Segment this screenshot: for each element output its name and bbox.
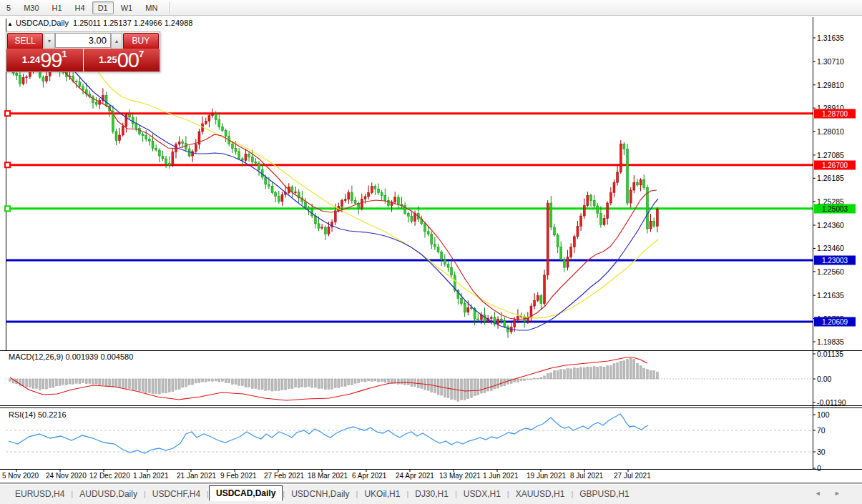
mt4-window: 5M30H1H4D1W1MN ▲USDCAD,Daily 1.25011 1.2…	[0, 0, 862, 504]
sell-price-small: 1.24	[22, 54, 40, 65]
price-level-badge: 1.20609	[814, 317, 856, 327]
tab-gbpusd-h1[interactable]: GBPUSD,H1	[573, 487, 635, 501]
toolbar-separator	[170, 2, 171, 14]
price-axis-label: 1.23460	[817, 244, 844, 252]
macd-axis-label: 0.00	[817, 375, 831, 383]
buy-price-display[interactable]: 1.25007	[84, 49, 160, 71]
rsi-axis-label: 30	[817, 448, 826, 456]
tab-ukoil-h1[interactable]: UKOil,H1	[358, 487, 406, 501]
tab-audusd-daily[interactable]: AUDUSD,Daily	[73, 487, 144, 501]
sell-price-main: 99	[40, 49, 62, 71]
buy-button[interactable]: BUY	[123, 33, 159, 49]
price-axis-label: 1.26185	[817, 174, 844, 182]
price-axis-label: 1.28010	[817, 127, 844, 136]
rsi-axis-label: 100	[817, 410, 830, 419]
date-axis-label: 21 Jan 2021	[177, 472, 216, 480]
date-axis-label: 19 Jun 2021	[526, 472, 566, 480]
price-level-badge: 1.23003	[814, 255, 856, 265]
chart-canvas[interactable]	[0, 0, 862, 504]
date-axis-label: 18 Mar 2021	[308, 472, 348, 480]
volume-decrease-button[interactable]: ▼	[44, 33, 55, 49]
price-axis-label: 1.19835	[817, 337, 844, 346]
date-axis-label: 24 Apr 2021	[396, 472, 434, 480]
price-axis-label: 1.21635	[817, 291, 844, 300]
date-axis-label: 24 Nov 2020	[46, 472, 87, 480]
sell-price-display[interactable]: 1.24991	[6, 49, 84, 71]
tab-scroll-arrows[interactable]: ◄ ►	[815, 490, 846, 497]
rsi-panel	[6, 414, 813, 453]
date-axis-label: 13 May 2021	[439, 472, 481, 480]
timeframe-button-mn[interactable]: MN	[139, 1, 163, 14]
timeframe-button-m30[interactable]: M30	[18, 1, 44, 14]
date-axis-label: 12 Dec 2020	[89, 472, 130, 480]
rsi-axis-label: 0	[817, 464, 821, 473]
price-axis-label: 1.29810	[817, 81, 844, 89]
date-axis-label: 8 Jul 2021	[570, 472, 603, 480]
tab-usdchf-h4[interactable]: USDCHF,H4	[146, 487, 207, 501]
candlesticks	[9, 57, 659, 338]
sell-price-sup: 1	[62, 49, 67, 59]
tab-xauusd-h1[interactable]: XAUUSD,H1	[509, 487, 572, 501]
rsi-axis-label: 70	[817, 426, 826, 435]
price-axis-label: 1.27085	[817, 151, 844, 159]
buy-price-small: 1.25	[99, 54, 117, 65]
price-level-badge: 1.28700	[814, 109, 856, 118]
rsi-indicator-label: RSI(14) 50.2216	[9, 410, 67, 419]
price-level-badge: 1.26700	[814, 160, 856, 169]
tab-usdcnh-daily[interactable]: USDCNH,Daily	[285, 487, 356, 501]
date-axis-label: 9 Feb 2021	[220, 472, 257, 480]
price-axis-label: 1.31635	[817, 34, 844, 42]
timeframe-button-h4[interactable]: H4	[69, 1, 91, 14]
date-axis-label: 1 Jun 2021	[483, 472, 519, 480]
tab-eurusd-h4[interactable]: EURUSD,H4	[9, 487, 71, 501]
date-axis-label: 6 Apr 2021	[352, 472, 386, 480]
buy-price-main: 00	[117, 49, 139, 71]
tab-usdcad-daily[interactable]: USDCAD,Daily	[209, 485, 283, 501]
timeframe-button-h1[interactable]: H1	[46, 1, 68, 14]
tab-dj30-h1[interactable]: DJ30,H1	[408, 487, 455, 501]
axis-tick-marks	[16, 38, 816, 472]
date-axis-label: 27 Feb 2021	[264, 472, 304, 480]
macd-axis-label: 0.01135	[817, 350, 843, 358]
moving-averages	[64, 43, 658, 330]
macd-indicator-label: MACD(12,26,9) 0.001939 0.004580	[9, 352, 133, 361]
timeframe-button-d1[interactable]: D1	[92, 1, 114, 14]
date-axis-label: 5 Nov 2020	[2, 472, 39, 480]
timeframe-button-5[interactable]: 5	[1, 1, 16, 14]
chart-tabbar: EURUSD,H4|AUDUSD,Daily|USDCHF,H4|USDCAD,…	[0, 483, 862, 504]
price-axis-label: 1.30710	[817, 57, 844, 66]
chart-ohlc-values: 1.25011 1.25137 1.24966 1.24988	[73, 19, 192, 27]
one-click-trade-panel: SELL ▼ ▲ BUY 1.24991 1.25007	[6, 31, 160, 72]
tab-usdx-h1[interactable]: USDX,H1	[457, 487, 507, 501]
chart-symbol-label: USDCAD,Daily	[16, 19, 69, 27]
sell-button[interactable]: SELL	[7, 33, 43, 49]
chart-title: ▲USDCAD,Daily 1.25011 1.25137 1.24966 1.…	[7, 19, 192, 27]
buy-price-sup: 7	[139, 49, 144, 59]
date-axis-label: 27 Jul 2021	[614, 472, 651, 480]
volume-increase-button[interactable]: ▲	[111, 33, 122, 49]
volume-input[interactable]	[55, 33, 111, 48]
timeframe-button-w1[interactable]: W1	[115, 1, 139, 14]
price-axis-label: 1.22560	[817, 267, 844, 276]
price-axis-label: 1.24360	[817, 221, 844, 229]
macd-axis-label: -0.01190	[817, 398, 846, 407]
macd-panel	[6, 357, 813, 401]
price-level-badge: 1.25003	[814, 204, 856, 213]
timeframe-toolbar: 5M30H1H4D1W1MN	[0, 0, 862, 16]
chart-frame	[0, 17, 862, 483]
date-axis-label: 1 Jan 2021	[133, 472, 169, 480]
chart-expand-icon[interactable]: ▲	[7, 21, 13, 27]
